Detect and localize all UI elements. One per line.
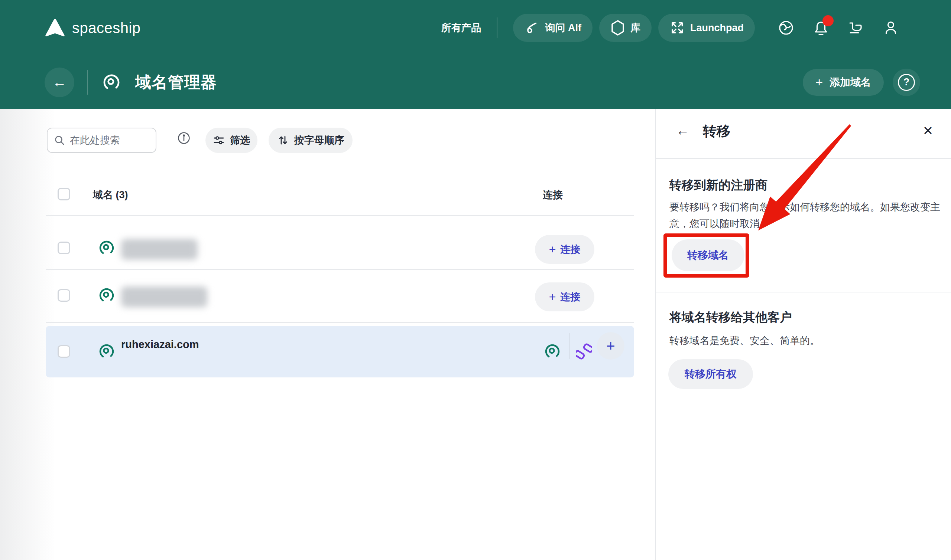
filter-button[interactable]: 筛选 [205,128,258,153]
row-checkbox[interactable] [57,345,70,358]
row-checkbox[interactable] [57,289,70,302]
appbar-actions: + 添加域名 ? [803,69,920,96]
row-divider [46,322,634,323]
help-button[interactable]: ? [893,69,920,96]
search-box[interactable] [47,128,156,153]
connect-column-header: 连接 [543,188,563,202]
connect-button[interactable]: + 连接 [535,235,594,264]
alf-squiggle-icon [524,20,540,35]
plus-icon: + [815,75,823,89]
launchpad-label: Launchpad [690,22,744,34]
sort-button[interactable]: 按字母顺序 [269,128,352,153]
ask-alf-label: 询问 Alf [545,21,581,34]
connections-link-icon[interactable] [576,343,592,360]
transfer-ownership-button[interactable]: 转移所有权 [668,359,753,389]
brand[interactable]: spaceship [45,18,141,37]
back-button[interactable]: ← [45,68,74,97]
search-input[interactable] [70,135,150,146]
notification-dot [823,15,834,26]
brand-name: spaceship [72,20,141,36]
section-body: 转移域名是免费、安全、简单的。 [669,332,944,349]
domain-target-icon [99,343,115,360]
registered-domain-icon[interactable] [544,343,560,360]
plus-icon: + [606,338,615,354]
icon-divider [569,333,570,359]
transfer-domain-button[interactable]: 转移域名 [672,239,744,271]
add-domain-label: 添加域名 [829,75,871,89]
sort-label: 按字母顺序 [294,134,344,147]
filter-sliders-icon [213,134,225,146]
table-row-selected[interactable]: ruhexiazai.com + [46,326,634,377]
plus-icon: + [549,243,556,257]
domain-target-icon [99,287,115,303]
table-divider [46,215,634,216]
back-arrow-icon: ← [676,123,690,138]
connect-label: 连接 [560,243,580,256]
green-header: spaceship 所有产品 询问 Alf [0,0,951,109]
top-navigation-bar: spaceship 所有产品 询问 Alf [0,0,951,56]
ask-alf-button[interactable]: 询问 Alf [513,14,593,42]
hexagon-icon [610,20,625,36]
launchpad-button[interactable]: Launchpad [658,14,755,42]
spaceship-domain-manager-page: spaceship 所有产品 询问 Alf [0,0,951,560]
plus-icon: + [549,290,556,304]
panel-back-button[interactable]: ← [674,122,692,140]
add-connection-button[interactable]: + [597,332,624,360]
connect-label: 连接 [560,290,580,303]
nav-divider [497,17,497,38]
page-title: 域名管理器 [135,72,217,93]
panel-divider [656,158,951,159]
filter-label: 筛选 [230,134,250,147]
library-label: 库 [630,21,641,34]
sort-arrows-icon [277,134,289,146]
info-icon[interactable] [177,131,191,145]
back-arrow-icon: ← [52,74,66,90]
panel-title: 转移 [703,122,730,141]
cart-icon[interactable] [848,20,864,36]
appbar-divider [87,70,88,95]
section-heading: 将域名转移给其他客户 [669,309,792,326]
nav-all-products[interactable]: 所有产品 [441,21,481,34]
transfer-panel: ← 转移 ✕ 转移到新的注册商 要转移吗？我们将向您展示如何转移您的域名。如果您… [655,109,951,560]
blurred-domain-name [121,239,198,260]
domain-name: ruhexiazai.com [121,338,199,351]
row-checkbox[interactable] [57,242,70,254]
select-all-checkbox[interactable] [57,188,70,200]
table-row[interactable]: + 连接 [46,269,634,322]
bell-icon[interactable] [813,20,829,36]
search-icon [54,134,65,146]
spaceship-logo-icon [45,18,65,37]
blurred-domain-name [121,286,207,307]
panel-divider [656,292,951,292]
nav-icon-group [778,20,899,36]
domain-column-header: 域名 (3) [93,188,128,202]
launchpad-icon [669,20,685,35]
connect-button[interactable]: + 连接 [535,282,594,311]
globe-icon[interactable] [778,20,794,36]
section-body: 要转移吗？我们将向您展示如何转移您的域名。如果您改变主意，您可以随时取消。 [669,199,944,232]
add-domain-button[interactable]: + 添加域名 [803,69,884,96]
account-icon[interactable] [883,20,899,36]
library-button[interactable]: 库 [599,14,651,42]
nav-links: 所有产品 询问 Alf 库 [441,14,899,42]
panel-close-button[interactable]: ✕ [919,122,937,140]
close-icon: ✕ [923,123,934,138]
domain-target-icon [99,240,115,256]
section-heading: 转移到新的注册商 [669,177,767,194]
question-icon: ? [898,74,915,91]
table-header-row: 域名 (3) 连接 [46,188,634,200]
domain-list-area: 筛选 按字母顺序 域名 (3) 连接 [0,109,655,560]
domain-manager-icon [102,74,120,91]
app-bar: ← 域名管理器 + 添加域名 ? [0,56,951,109]
